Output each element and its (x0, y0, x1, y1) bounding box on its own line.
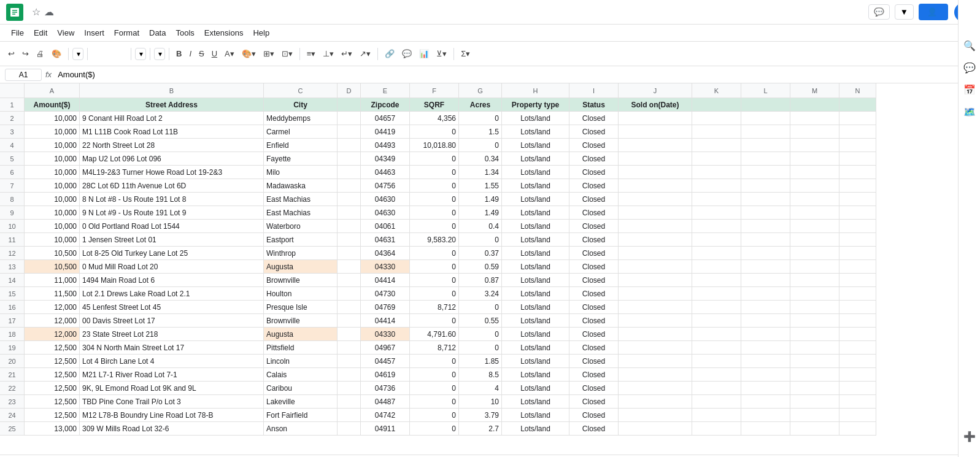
cell-acres-20[interactable]: 1.85 (459, 355, 502, 368)
cell-k-10[interactable] (692, 220, 741, 233)
zoom-dropdown[interactable]: ▾ (72, 48, 83, 60)
col-header-L[interactable]: L (741, 83, 790, 98)
cell-city-24[interactable]: Fort Fairfield (264, 409, 338, 422)
cell-city-3[interactable]: Carmel (264, 125, 338, 139)
cell-acres-2[interactable]: 0 (459, 112, 502, 125)
cell-sold-8[interactable] (619, 193, 692, 206)
cell-acres-4[interactable]: 0 (459, 139, 502, 152)
cell-m-8[interactable] (790, 193, 839, 206)
cell-amount-2[interactable]: 10,000 (25, 112, 80, 125)
cell-amount-3[interactable]: 10,000 (25, 125, 80, 139)
cell-l-22[interactable] (741, 382, 790, 395)
cell-m-5[interactable] (790, 152, 839, 166)
cell-address-14[interactable]: 1494 Main Road Lot 6 (80, 274, 264, 287)
cell-d-22[interactable] (338, 382, 361, 395)
cell-m-9[interactable] (790, 206, 839, 220)
cell-k-3[interactable] (692, 125, 741, 139)
cell-proptype-20[interactable]: Lots/land (502, 355, 569, 368)
cell-status-9[interactable]: Closed (569, 206, 619, 220)
col-header-N[interactable]: N (839, 83, 876, 98)
share-button[interactable]: 👤 (919, 4, 948, 20)
cell-sqrf-3[interactable]: 0 (410, 125, 459, 139)
paint-format-button[interactable]: 🎨 (48, 47, 64, 61)
cell-city-16[interactable]: Presque Isle (264, 301, 338, 314)
cell-sold-3[interactable] (619, 125, 692, 139)
cell-zip-21[interactable]: 04619 (361, 368, 410, 382)
menu-item-file[interactable]: File (6, 27, 29, 39)
cell-acres-23[interactable]: 10 (459, 395, 502, 409)
cell-sqrf-12[interactable]: 0 (410, 247, 459, 260)
cell-m-18[interactable] (790, 328, 839, 341)
cell-status-21[interactable]: Closed (569, 368, 619, 382)
cell-status-23[interactable]: Closed (569, 395, 619, 409)
cell-m-17[interactable] (790, 314, 839, 328)
cell-sqrf-14[interactable]: 0 (410, 274, 459, 287)
currency-button[interactable] (91, 52, 98, 56)
present-button[interactable]: ▼ (895, 4, 914, 20)
cell-zip-15[interactable]: 04730 (361, 287, 410, 301)
cell-sqrf-17[interactable]: 0 (410, 314, 459, 328)
cell-zip-6[interactable]: 04463 (361, 166, 410, 179)
cell-d-6[interactable] (338, 166, 361, 179)
cell-m-25[interactable] (790, 422, 839, 436)
font-size-dropdown[interactable]: ▾ (154, 48, 165, 60)
cell-sqrf-5[interactable]: 0 (410, 152, 459, 166)
cell-address-12[interactable]: Lot 8-25 Old Turkey Lane Lot 25 (80, 247, 264, 260)
cell-sold-16[interactable] (619, 301, 692, 314)
cell-acres-18[interactable]: 0 (459, 328, 502, 341)
col-header-I[interactable]: I (569, 83, 619, 98)
cell-acres-17[interactable]: 0.55 (459, 314, 502, 328)
cell-k-9[interactable] (692, 206, 741, 220)
cell-city-25[interactable]: Anson (264, 422, 338, 436)
cell-sold-24[interactable] (619, 409, 692, 422)
col-header-E[interactable]: E (361, 83, 410, 98)
menu-item-data[interactable]: Data (144, 27, 171, 39)
cell-m-6[interactable] (790, 166, 839, 179)
cell-d-12[interactable] (338, 247, 361, 260)
cell-m-24[interactable] (790, 409, 839, 422)
cell-address-25[interactable]: 309 W Mills Road Lot 32-6 (80, 422, 264, 436)
cell-status-3[interactable]: Closed (569, 125, 619, 139)
cell-address-23[interactable]: TBD Pine Cone Trail P/o Lot 3 (80, 395, 264, 409)
cell-n-6[interactable] (839, 166, 876, 179)
cell-sqrf-2[interactable]: 4,356 (410, 112, 459, 125)
cell-k-25[interactable] (692, 422, 741, 436)
cell-ref-input[interactable] (5, 69, 42, 81)
cell-sold-20[interactable] (619, 355, 692, 368)
menu-item-format[interactable]: Format (109, 27, 144, 39)
cell-zip-9[interactable]: 04630 (361, 206, 410, 220)
cell-city-18[interactable]: Augusta (264, 328, 338, 341)
menu-item-help[interactable]: Help (248, 27, 274, 39)
cell-sqrf-9[interactable]: 0 (410, 206, 459, 220)
cell-k-21[interactable] (692, 368, 741, 382)
underline-button[interactable]: U (209, 47, 220, 61)
cell-l-13[interactable] (741, 260, 790, 274)
font-dropdown[interactable]: ▾ (135, 48, 146, 60)
cell-proptype-11[interactable]: Lots/land (502, 233, 569, 247)
cell-proptype-8[interactable]: Lots/land (502, 193, 569, 206)
cell-address-2[interactable]: 9 Conant Hill Road Lot 2 (80, 112, 264, 125)
cell-city-19[interactable]: Pittsfield (264, 341, 338, 355)
cell-address-19[interactable]: 304 N North Main Street Lot 17 (80, 341, 264, 355)
cell-sqrf-22[interactable]: 0 (410, 382, 459, 395)
cell-proptype-10[interactable]: Lots/land (502, 220, 569, 233)
cell-l-9[interactable] (741, 206, 790, 220)
cell-city-9[interactable]: East Machias (264, 206, 338, 220)
cell-amount-6[interactable]: 10,000 (25, 166, 80, 179)
cell-zip-19[interactable]: 04967 (361, 341, 410, 355)
cell-l-25[interactable] (741, 422, 790, 436)
col-header-C[interactable]: C (264, 83, 338, 98)
cell-amount-9[interactable]: 10,000 (25, 206, 80, 220)
cell-m-23[interactable] (790, 395, 839, 409)
cell-address-3[interactable]: M1 L11B Cook Road Lot 11B (80, 125, 264, 139)
cell-d-18[interactable] (338, 328, 361, 341)
cell-d-7[interactable] (338, 179, 361, 193)
cell-sold-22[interactable] (619, 382, 692, 395)
wrap-button[interactable]: ↵▾ (338, 47, 355, 61)
cell-zip-22[interactable]: 04736 (361, 382, 410, 395)
cell-sold-18[interactable] (619, 328, 692, 341)
cell-acres-10[interactable]: 0.4 (459, 220, 502, 233)
comment-button[interactable]: 💬 (868, 4, 890, 20)
cell-n-20[interactable] (839, 355, 876, 368)
menu-item-insert[interactable]: Insert (79, 27, 109, 39)
